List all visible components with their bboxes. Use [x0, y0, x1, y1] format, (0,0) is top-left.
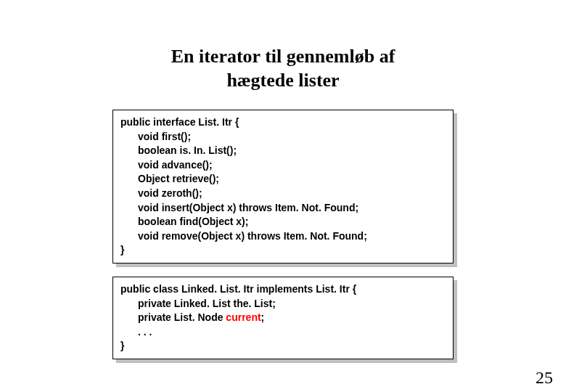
- highlight-current: current: [226, 311, 261, 323]
- code-line: void zeroth();: [120, 187, 446, 201]
- code-line: public class Linked. List. Itr implement…: [120, 282, 446, 297]
- code-box: public class Linked. List. Itr implement…: [112, 277, 454, 359]
- code-line: void advance();: [120, 158, 446, 173]
- code-line: void insert(Object x) throws Item. Not. …: [120, 201, 446, 216]
- code-line: private List. Node current;: [120, 311, 446, 325]
- code-line: void remove(Object x) throws Item. Not. …: [120, 229, 446, 244]
- code-line: private Linked. List the. List;: [120, 297, 446, 311]
- code-line: boolean is. In. List();: [120, 144, 446, 158]
- code-line: . . .: [120, 325, 446, 340]
- code-line: void first();: [120, 130, 446, 144]
- code-text: ;: [261, 311, 265, 323]
- page-number: 25: [536, 368, 553, 388]
- code-block-interface: public interface List. Itr { void first(…: [112, 110, 454, 264]
- code-line: boolean find(Object x);: [120, 215, 446, 229]
- code-line: }: [120, 339, 446, 354]
- code-line: public interface List. Itr {: [120, 115, 446, 130]
- code-line: }: [120, 243, 446, 258]
- title-line-2: hægtede lister: [0, 69, 566, 93]
- slide-title: En iterator til gennemløb af hægtede lis…: [0, 45, 566, 92]
- title-line-1: En iterator til gennemløb af: [0, 45, 566, 69]
- code-line: Object retrieve();: [120, 172, 446, 187]
- code-box: public interface List. Itr { void first(…: [112, 110, 454, 264]
- code-block-class: public class Linked. List. Itr implement…: [112, 277, 454, 359]
- code-text: private List. Node: [138, 311, 226, 323]
